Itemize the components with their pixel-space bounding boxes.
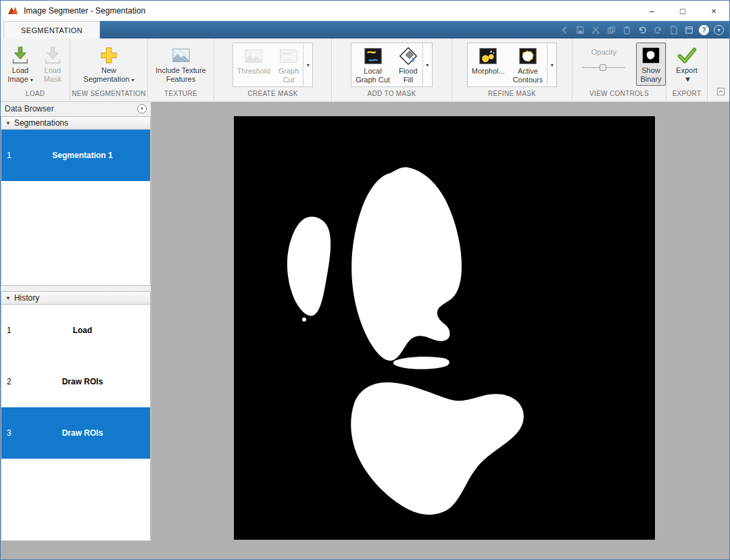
new-segmentation-icon: [99, 45, 119, 66]
dropdown-arrow-icon: ▼: [684, 75, 691, 84]
opacity-slider-thumb[interactable]: [600, 64, 606, 71]
dropdown-arrow-icon: ▾: [131, 77, 134, 83]
section-label-export: EXPORT: [666, 90, 707, 101]
tab-segmentation[interactable]: SEGMENTATION: [3, 21, 100, 39]
active-contours-icon: [518, 45, 538, 67]
collapse-triangle-icon: ▼: [5, 120, 11, 126]
minimize-button[interactable]: –: [636, 1, 667, 21]
dropdown-arrow-icon: ▾: [30, 77, 33, 83]
history-item-load[interactable]: 1 Load: [1, 305, 150, 356]
load-image-button[interactable]: Load Image▾: [3, 43, 37, 86]
section-label-add-to-mask: ADD TO MASK: [332, 90, 452, 101]
new-segmentation-button[interactable]: New Segmentation▾: [80, 43, 139, 86]
history-item-draw-rois-1[interactable]: 2 Draw ROIs: [1, 356, 150, 407]
flood-fill-button[interactable]: Flood Fill: [394, 43, 422, 86]
paste-icon[interactable]: [621, 24, 632, 35]
refine-mask-gallery-expander[interactable]: ▾: [547, 43, 556, 86]
graph-cut-button[interactable]: Graph Cut: [274, 43, 303, 86]
binary-mask-image[interactable]: [234, 116, 655, 540]
app-window: Image Segmenter - Segmentation – □ × SEG…: [0, 0, 730, 560]
history-list: 1 Load 2 Draw ROIs 3 Draw ROIs: [1, 305, 150, 540]
add-to-mask-gallery-expander[interactable]: ▾: [422, 43, 432, 86]
active-contours-button[interactable]: Active Contours: [509, 43, 548, 86]
morphology-button[interactable]: Morphol...: [468, 43, 509, 86]
item-label: Segmentation 1: [19, 151, 150, 160]
button-label: Threshold: [237, 67, 270, 76]
list-item-segmentation-1[interactable]: 1 Segmentation 1: [1, 130, 150, 181]
button-label: Show: [641, 66, 660, 75]
panel-menu-icon[interactable]: ▾: [137, 104, 147, 113]
undo-icon[interactable]: [637, 24, 648, 35]
section-load: Load Image▾ Load Mask LOAD: [1, 39, 70, 101]
cut-icon[interactable]: [590, 24, 601, 35]
flood-fill-icon: [398, 45, 418, 67]
copy-icon[interactable]: [606, 24, 616, 35]
new-document-icon[interactable]: [668, 24, 679, 35]
button-label: Contours: [513, 76, 543, 84]
threshold-button[interactable]: Threshold: [233, 43, 274, 86]
segmentations-header[interactable]: ▼ Segmentations: [1, 117, 150, 130]
collapse-left-icon[interactable]: [559, 24, 570, 35]
button-label: Graph Cut: [356, 76, 390, 84]
image-canvas[interactable]: [151, 102, 729, 560]
opacity-slider[interactable]: [582, 67, 625, 68]
toolstrip-tab-row: SEGMENTATION ? ▾: [1, 21, 729, 39]
item-number: 3: [1, 428, 19, 438]
history-header[interactable]: ▼ History: [1, 292, 150, 305]
data-browser-title: Data Browser: [5, 104, 54, 113]
texture-features-icon: [171, 45, 191, 66]
button-label: Graph: [278, 67, 299, 76]
include-texture-features-button[interactable]: Include Texture Features: [151, 43, 210, 86]
button-label: Load: [12, 66, 28, 75]
show-binary-button[interactable]: Show Binary: [636, 43, 665, 86]
history-header-label: History: [14, 293, 39, 303]
section-create-mask: Threshold Graph Cut ▾ CREATE MASK: [214, 39, 332, 101]
help-icon[interactable]: ?: [699, 25, 709, 35]
section-label-refine-mask: REFINE MASK: [452, 90, 572, 101]
segmentations-header-label: Segmentations: [14, 118, 68, 128]
toolstrip-chevron-icon[interactable]: ▾: [714, 25, 724, 35]
add-to-mask-gallery: Local Graph Cut Flood Fill ▾: [351, 43, 433, 87]
section-label-new-segmentation: NEW SEGMENTATION: [70, 90, 147, 101]
export-button[interactable]: Export ▼: [672, 43, 702, 86]
local-graph-cut-icon: [363, 45, 383, 67]
create-mask-gallery-expander[interactable]: ▾: [303, 43, 312, 86]
opacity-label: Opacity: [591, 48, 616, 56]
button-label: Mask: [44, 75, 62, 84]
section-export: Export ▼ EXPORT: [666, 39, 708, 101]
save-icon[interactable]: [575, 24, 585, 35]
section-new-segmentation: New Segmentation▾ NEW SEGMENTATION: [70, 39, 148, 101]
button-label: New: [101, 66, 116, 75]
item-number: 1: [1, 326, 19, 335]
redo-icon[interactable]: [652, 24, 663, 35]
opacity-control: Opacity: [573, 43, 635, 68]
item-label: Draw ROIs: [19, 428, 150, 438]
layout-window-icon[interactable]: [683, 24, 694, 35]
button-label: Morphol...: [472, 67, 505, 76]
matlab-logo-icon: [7, 5, 18, 16]
load-mask-button[interactable]: Load Mask: [39, 43, 67, 86]
toolstrip-layout-icon[interactable]: [716, 86, 725, 99]
data-browser-header: Data Browser ▾: [1, 102, 151, 116]
button-label: Local: [364, 67, 381, 76]
section-add-to-mask: Local Graph Cut Flood Fill ▾ ADD TO MASK: [332, 39, 452, 101]
collapse-triangle-icon: ▼: [5, 295, 11, 301]
mask-speck: [302, 317, 306, 322]
data-browser-panel: Data Browser ▾ ▼ Segmentations 1 Segment…: [1, 102, 151, 541]
refine-mask-gallery: Morphol... Active Contours ▾: [467, 43, 558, 87]
maximize-button[interactable]: □: [667, 1, 698, 21]
section-label-load: LOAD: [1, 90, 70, 101]
segmentations-list: 1 Segmentation 1: [1, 130, 150, 285]
ribbon-spacer: [708, 39, 729, 101]
local-graph-cut-button[interactable]: Local Graph Cut: [351, 43, 394, 86]
history-item-draw-rois-2[interactable]: 3 Draw ROIs: [1, 407, 150, 459]
item-label: Load: [19, 326, 150, 335]
close-button[interactable]: ×: [698, 1, 729, 21]
export-check-icon: [677, 45, 697, 66]
button-label: Include Texture: [155, 66, 205, 75]
button-label: Features: [166, 75, 195, 84]
button-label: Active: [518, 67, 538, 76]
section-texture: Include Texture Features TEXTURE: [148, 39, 214, 101]
section-label-texture: TEXTURE: [148, 90, 214, 101]
main-content: Data Browser ▾ ▼ Segmentations 1 Segment…: [1, 102, 729, 560]
